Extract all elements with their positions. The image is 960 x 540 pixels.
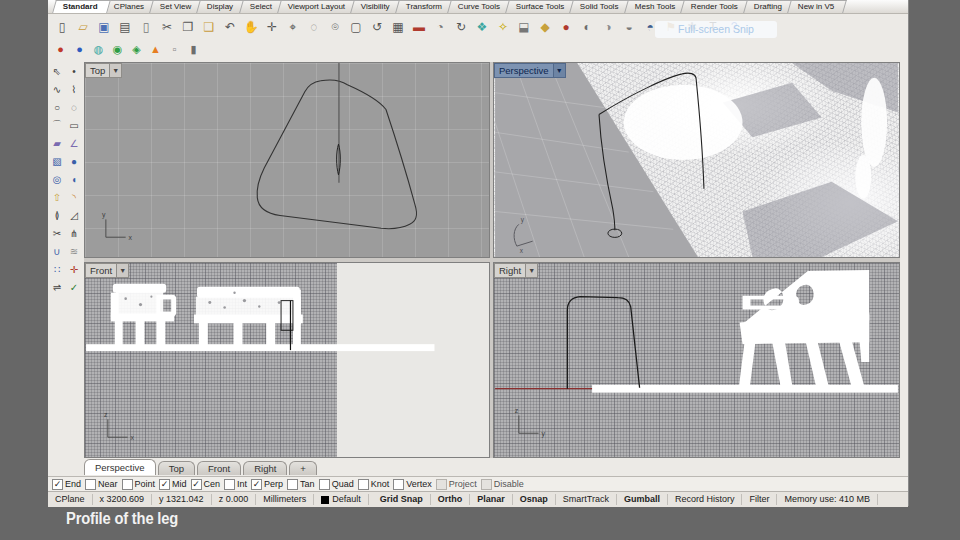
copy-icon[interactable]: ❐ [178,17,198,37]
surface-from-points-icon[interactable]: ▰ [48,134,66,152]
rotate-view-icon[interactable]: ↻ [451,17,471,37]
viewport-perspective[interactable]: x y Perspective ▼ [493,62,900,258]
chevron-down-icon[interactable]: ▼ [109,64,121,77]
status-cell-planar[interactable]: Planar [470,494,513,505]
ellipsoid-solid-icon[interactable]: ◖ [65,170,83,188]
open-file-icon[interactable]: ▱ [73,17,93,37]
pan-view-icon[interactable]: ✋ [241,17,261,37]
zoom-extents-icon[interactable]: ▢ [346,17,366,37]
checkbox-perp[interactable]: ✓ [251,479,262,490]
viewport-label-right[interactable]: Right ▼ [494,263,538,278]
mirror-icon[interactable]: ⇌ [48,278,66,296]
viewport-top[interactable]: y x Top ▼ [84,62,490,258]
status-cell-record-history[interactable]: Record History [668,494,743,505]
ellipse-icon[interactable]: ◌ [65,98,83,116]
checkbox-point[interactable] [122,479,133,490]
layers-icon[interactable]: ◆ [535,17,555,37]
viewport-right[interactable]: z y Right ▼ [493,262,900,458]
extrude-surface-icon[interactable]: ⇧ [48,188,66,206]
ghosted-green-sphere-icon[interactable]: ◉ [109,41,126,58]
rectangle-icon[interactable]: ▭ [65,116,83,134]
artistic-cone-icon[interactable]: ▲ [147,41,164,58]
checkbox-project[interactable] [436,479,447,490]
status-cell-default[interactable]: Default [314,494,369,505]
lights-icon[interactable]: ✧ [493,17,513,37]
checkbox-near[interactable] [85,479,96,490]
zoom-dynamic-icon[interactable]: ⌖ [283,17,303,37]
osnap-quad[interactable]: Quad [319,479,354,490]
control-point-curve-icon[interactable]: ⌇ [65,80,83,98]
osnap-project[interactable]: Project [436,479,477,490]
zoom-selected-icon[interactable]: ⌾ [325,17,345,37]
checkbox-vertex[interactable] [393,479,404,490]
cut-icon[interactable]: ✂ [157,17,177,37]
menu-tab-viewport-layout[interactable]: Viewport Layout [277,0,358,13]
viewport-tab-perspective[interactable]: Perspective [84,459,156,475]
shaded-blue-sphere-icon[interactable]: ● [71,41,88,58]
arc-icon[interactable]: ⌒ [48,116,66,134]
technical-cylinder-icon[interactable]: ▮ [185,41,202,58]
status-cell-ortho[interactable]: Ortho [431,494,471,505]
undo-view-change-icon[interactable]: ↺ [367,17,387,37]
ghosted-viewport-icon[interactable]: ◑ [598,17,618,37]
check-analyze-icon[interactable]: ✓ [65,278,83,296]
chevron-down-icon[interactable]: ▼ [553,64,565,77]
construction-plane-icon[interactable]: ❖ [472,17,492,37]
osnap-perp[interactable]: ✓Perp [251,479,283,490]
join-icon[interactable]: ∪ [48,242,66,260]
undo-icon[interactable]: ↶ [220,17,240,37]
box-solid-icon[interactable]: ▧ [48,152,66,170]
zoom-window-icon[interactable]: ◌ [304,17,324,37]
status-cell-smarttrack[interactable]: SmartTrack [556,494,617,505]
point-cloud-box-icon[interactable]: ▫ [166,41,183,58]
menu-tab-surface-tools[interactable]: Surface Tools [505,0,577,13]
checkbox-knot[interactable] [358,479,369,490]
curve-from-objects-icon[interactable]: ∠ [65,134,83,152]
move-icon[interactable]: ✛ [262,17,282,37]
viewport-label-front[interactable]: Front ▼ [85,263,129,278]
wireframe-red-sphere-icon[interactable]: ● [52,41,69,58]
menu-tab-solid-tools[interactable]: Solid Tools [570,0,632,13]
polyline-icon[interactable]: ∿ [48,80,66,98]
osnap-end[interactable]: ✓End [52,479,81,490]
named-view-car-icon[interactable]: ▬ [409,17,429,37]
viewport-label-top[interactable]: Top ▼ [85,63,122,78]
sphere-solid-icon[interactable]: ● [65,152,83,170]
checkbox-disable[interactable] [481,479,492,490]
status-cell-memory-use-410-mb[interactable]: Memory use: 410 MB [777,494,878,505]
leg-profile-side-curve[interactable] [567,297,639,389]
osnap-cen[interactable]: ✓Cen [191,479,221,490]
checkbox-end[interactable]: ✓ [52,479,63,490]
checkbox-int[interactable] [224,479,235,490]
checkbox-cen[interactable]: ✓ [191,479,202,490]
osnap-int[interactable]: Int [224,479,247,490]
status-cell-z-0-000[interactable]: z 0.000 [212,494,257,505]
status-cell-y-1321-042[interactable]: y 1321.042 [152,494,212,505]
osnap-mid[interactable]: ✓Mid [159,479,187,490]
set-view-icon[interactable]: ◔ [430,17,450,37]
save-file-icon[interactable]: ▣ [94,17,114,37]
select-arrow-icon[interactable]: ⇖ [48,62,66,80]
shaded-viewport-icon[interactable]: ◐ [577,17,597,37]
osnap-tan[interactable]: Tan [287,479,315,490]
osnap-knot[interactable]: Knot [358,479,390,490]
boolean-difference-icon[interactable]: ◿ [65,206,83,224]
lock-icon[interactable]: ⬓ [514,17,534,37]
viewport-tab-front[interactable]: Front [197,461,241,475]
osnap-vertex[interactable]: Vertex [393,479,432,490]
trim-icon[interactable]: ✂ [48,224,66,242]
circle-icon[interactable]: ○ [48,98,66,116]
status-cell-osnap[interactable]: Osnap [513,494,556,505]
menu-tab-transform[interactable]: Transform [395,0,455,13]
menu-tab-render-tools[interactable]: Render Tools [680,0,751,13]
menu-tab-new-in-v5[interactable]: New in V5 [787,0,847,13]
chevron-down-icon[interactable]: ▼ [525,264,537,277]
status-cell-cplane[interactable]: CPlane [48,494,93,505]
osnap-disable[interactable]: Disable [481,479,524,490]
status-cell-filter[interactable]: Filter [742,494,777,505]
add-viewport-tab-button[interactable]: + [289,461,317,475]
loft-icon[interactable]: ≋ [65,242,83,260]
point-tool-icon[interactable]: • [65,62,83,80]
menu-tab-mesh-tools[interactable]: Mesh Tools [624,0,688,13]
viewport-label-perspective[interactable]: Perspective ▼ [494,63,566,78]
